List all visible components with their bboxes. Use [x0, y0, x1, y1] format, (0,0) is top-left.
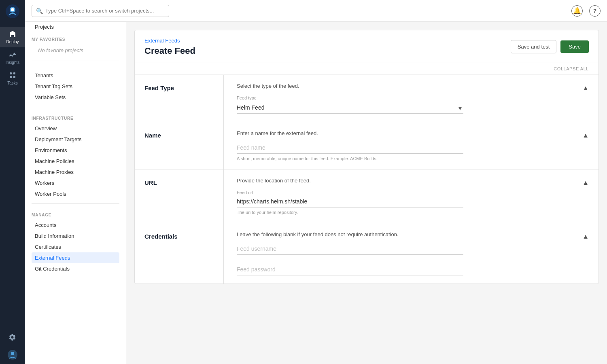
url-hint: The uri to your helm repository. [237, 210, 586, 215]
credentials-section: Credentials Leave the following blank if… [135, 223, 599, 284]
infrastructure-section: INFRASTRUCTURE Overview Deployment Targe… [25, 111, 126, 199]
sidebar-item-certificates[interactable]: Certificates [32, 241, 119, 252]
divider-2 [32, 107, 119, 107]
url-label-col: URL [135, 169, 224, 223]
feed-type-description: Select the type of the feed. [237, 83, 586, 89]
nav-settings[interactable] [7, 329, 18, 345]
name-section: Name Enter a name for the external feed.… [135, 122, 599, 169]
url-field-label: Feed url [237, 190, 586, 195]
url-content: Provide the location of the feed. Feed u… [224, 169, 599, 223]
svg-point-8 [11, 352, 14, 355]
topbar: 🔍 🔔 ? [25, 0, 607, 22]
sidebar-item-workers[interactable]: Workers [32, 178, 119, 188]
tenants-section: Tenants Tenant Tag Sets Variable Sets [25, 65, 126, 103]
name-label-col: Name [135, 122, 224, 169]
feed-type-select[interactable]: Helm FeedNuGet FeedDocker Container Regi… [237, 102, 463, 114]
svg-rect-6 [13, 76, 15, 78]
help-icon[interactable]: ? [589, 5, 601, 17]
feed-type-field-label: Feed type [237, 95, 586, 100]
url-description: Provide the location of the feed. [237, 178, 586, 184]
search-box[interactable]: 🔍 [32, 5, 169, 17]
nav-insights[interactable]: Insights [0, 47, 25, 68]
name-description: Enter a name for the external feed. [237, 130, 586, 136]
collapse-all-bar[interactable]: COLLAPSE ALL [135, 63, 599, 75]
sidebar-item-deployment-targets[interactable]: Deployment Targets [32, 134, 119, 145]
name-collapse-icon[interactable]: ▲ [582, 132, 589, 139]
sidebar-item-variable-sets[interactable]: Variable Sets [32, 92, 119, 103]
save-button[interactable]: Save [560, 40, 589, 53]
url-collapse-icon[interactable]: ▲ [582, 179, 589, 186]
feed-name-input[interactable] [237, 143, 463, 154]
sidebar-item-build-information[interactable]: Build Information [32, 231, 119, 241]
url-label: URL [144, 179, 157, 186]
sidebar-item-external-feeds[interactable]: External Feeds [32, 252, 119, 263]
credentials-content: Leave the following blank if your feed d… [224, 223, 599, 284]
search-input[interactable] [45, 8, 165, 14]
feed-password-input[interactable] [237, 265, 463, 275]
name-content: Enter a name for the external feed. A sh… [224, 122, 599, 169]
sidebar-item-machine-policies[interactable]: Machine Policies [32, 156, 119, 167]
nav-user-avatar[interactable] [6, 345, 19, 364]
svg-rect-5 [10, 76, 12, 78]
feed-type-section: Feed Type Select the type of the feed. F… [135, 75, 599, 122]
divider-1 [32, 61, 119, 61]
svg-point-2 [11, 8, 14, 11]
feed-type-collapse-icon[interactable]: ▲ [582, 85, 589, 92]
feed-type-label-col: Feed Type [135, 75, 224, 122]
credentials-description: Leave the following blank if your feed d… [237, 231, 586, 237]
page-header: External Feeds Create Feed Save and test… [135, 30, 599, 63]
notifications-icon[interactable]: 🔔 [571, 5, 583, 17]
main-sidebar: Default ▾ Projects MY FAVORITES No favor… [25, 0, 126, 364]
content-area: External Feeds Create Feed Save and test… [126, 22, 607, 364]
save-and-test-button[interactable]: Save and test [511, 40, 557, 53]
feed-url-input[interactable] [237, 197, 463, 207]
page-title: Create Feed [144, 46, 195, 56]
sidebar-item-environments[interactable]: Environments [32, 145, 119, 156]
icon-sidebar: Deploy Insights Tasks [0, 0, 25, 364]
header-left: External Feeds Create Feed [144, 37, 195, 56]
sidebar-item-git-credentials[interactable]: Git Credentials [32, 263, 119, 274]
feed-type-label: Feed Type [144, 85, 174, 91]
url-section: URL Provide the location of the feed. Fe… [135, 169, 599, 223]
svg-rect-3 [10, 72, 12, 74]
breadcrumb[interactable]: External Feeds [144, 38, 180, 44]
favorites-section: MY FAVORITES No favorite projects [25, 32, 126, 57]
name-label: Name [144, 132, 161, 139]
feed-type-content: Select the type of the feed. Feed type H… [224, 75, 599, 122]
app-logo[interactable] [5, 4, 20, 20]
sidebar-item-accounts[interactable]: Accounts [32, 220, 119, 231]
topbar-right: 🔔 ? [571, 5, 601, 17]
feed-type-select-wrapper: Helm FeedNuGet FeedDocker Container Regi… [237, 102, 463, 114]
name-hint: A short, memorable, unique name for this… [237, 156, 586, 161]
sidebar-item-tenant-tag-sets[interactable]: Tenant Tag Sets [32, 81, 119, 92]
sidebar-item-tenants[interactable]: Tenants [32, 70, 119, 81]
credentials-label-col: Credentials [135, 223, 224, 284]
sidebar-item-worker-pools[interactable]: Worker Pools [32, 188, 119, 199]
nav-tasks[interactable]: Tasks [0, 68, 25, 89]
manage-section: MANAGE Accounts Build Information Certif… [25, 208, 126, 281]
page-card: External Feeds Create Feed Save and test… [134, 30, 599, 284]
sidebar-item-projects[interactable]: Projects [32, 21, 119, 32]
credentials-label: Credentials [144, 233, 178, 240]
feed-username-input[interactable] [237, 244, 463, 255]
search-icon: 🔍 [36, 8, 43, 14]
sidebar-item-machine-proxies[interactable]: Machine Proxies [32, 167, 119, 178]
divider-3 [32, 203, 119, 204]
header-actions: Save and test Save [511, 40, 589, 53]
credentials-collapse-icon[interactable]: ▲ [582, 233, 589, 240]
sidebar-item-overview[interactable]: Overview [32, 123, 119, 134]
svg-rect-4 [13, 72, 15, 74]
nav-deploy[interactable]: Deploy [0, 27, 25, 47]
